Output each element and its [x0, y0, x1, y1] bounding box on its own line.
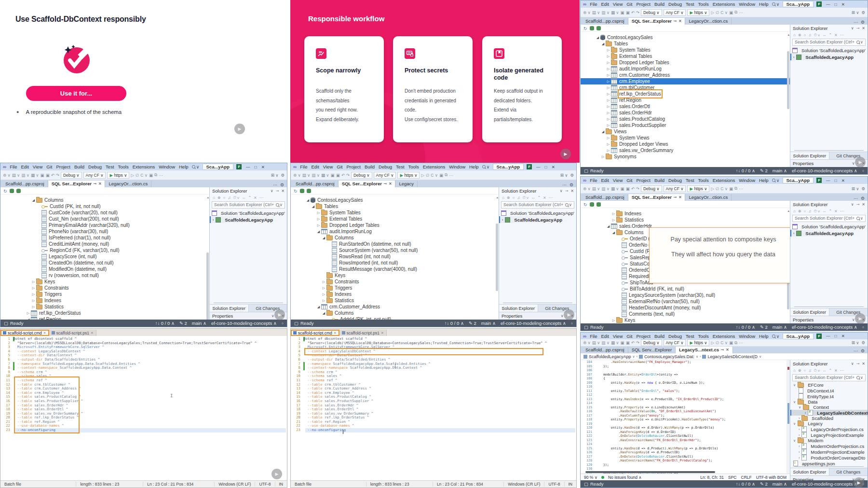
tree-row[interactable]: ▷crm.Customer_Address	[581, 72, 790, 78]
git-sync-status[interactable]: ↑↓ 0 / 0 ∧	[736, 168, 755, 173]
more-tabs-icon[interactable]: ⋯	[273, 182, 277, 187]
debug-config-dropdown[interactable]: Debug ∨	[641, 9, 662, 16]
tree-row[interactable]: ◢Tables	[581, 41, 790, 47]
tree-row[interactable]: ▷crm.Employee	[581, 78, 790, 84]
close-button[interactable]: ✕	[841, 2, 845, 7]
solution-toolbar-icon[interactable]: ♫	[808, 368, 811, 373]
tree-row[interactable]: ▷System Views	[581, 135, 790, 141]
solution-search-input[interactable]: Search Solution Explorer (Ctrl+∨	[792, 39, 866, 46]
toolbar-icon[interactable]: ⊛ ∨	[293, 173, 301, 178]
pane-header-icon[interactable]: ✕	[862, 202, 865, 207]
tree-row[interactable]: ▷Indexes	[0, 297, 209, 304]
toolbar-icon[interactable]: ⚙	[281, 173, 285, 178]
toolbar-icon[interactable]: ▷	[131, 173, 134, 178]
toolbar-icon[interactable]: ▣	[729, 10, 733, 15]
pane-header-icon[interactable]: ✕	[862, 26, 865, 30]
menu-item-window[interactable]: Window	[157, 164, 177, 169]
solution-toolbar-icon[interactable]: ⌃	[828, 209, 832, 213]
gear-icon[interactable]: ⚙	[280, 182, 284, 187]
solution-toolbar-icon[interactable]: ○	[223, 195, 226, 200]
solution-toolbar-icon[interactable]: ⌂	[793, 368, 796, 373]
pin-icon[interactable]: ⊸	[384, 181, 387, 187]
editor-tab[interactable]: Scaffold...pp.csproj	[582, 18, 628, 25]
menu-item-tools[interactable]: Tools	[696, 178, 711, 183]
solution-toolbar-icon[interactable]: ○	[804, 209, 806, 213]
menu-item-file[interactable]: File	[588, 334, 599, 339]
minimize-button[interactable]: —	[826, 2, 830, 7]
solution-toolbar-icon[interactable]: ⌃	[828, 33, 832, 37]
solution-toolbar-icon[interactable]: ⌃	[828, 368, 832, 373]
feedback-icon[interactable]: ▢	[584, 168, 588, 173]
toolbar-icon[interactable]: ▦ ∨	[321, 173, 329, 178]
debug-config-dropdown[interactable]: Debug ∨	[641, 339, 662, 346]
tree-row[interactable]: Comments (text, null)	[581, 311, 790, 317]
editor-tab[interactable]: LegacyS...ntext.cs⊸✕	[676, 347, 733, 353]
platform-dropdown[interactable]: Any CF ∨	[664, 339, 686, 346]
solution-toolbar-icon[interactable]: ⏱ ∨	[814, 33, 820, 38]
bell-icon[interactable]: ○	[282, 321, 284, 325]
run-button[interactable]: ▶ https ∨	[687, 185, 709, 192]
tree-row[interactable]: ExternalRefNo (varchar(50), null)	[581, 298, 790, 305]
toolbar-icon[interactable]: ▣	[729, 186, 733, 191]
tree-row[interactable]: ResultMessage (varchar(4000), null)	[291, 266, 499, 272]
project-node[interactable]: ›ScaffoldedLegacyApp	[499, 216, 576, 223]
toolbar-icon[interactable]: ⚙	[861, 10, 865, 15]
tree-row[interactable]: PrimaryEmailAddr (varchar(320), null)	[0, 222, 209, 228]
file-tree-item[interactable]: ∨Legacy	[790, 421, 868, 426]
solution-toolbar-icon[interactable]: ⏱ ∨	[233, 195, 239, 200]
menu-item-build[interactable]: Build	[363, 164, 377, 169]
toolbar-icon[interactable]: ⊞ ∨	[560, 173, 568, 178]
platform-dropdown[interactable]: Any CF ∨	[83, 172, 106, 179]
toolbar-icon[interactable]: ∅	[426, 173, 429, 178]
toolbar-icon[interactable]: ⊞ ∨	[852, 340, 859, 345]
menu-item-build[interactable]: Build	[652, 178, 666, 183]
toolbar-icon[interactable]: ▣	[149, 173, 153, 178]
menu-item-window[interactable]: Window	[737, 334, 757, 339]
solution-toolbar-icon[interactable]: ⏱ ∨	[522, 195, 529, 200]
menu-item-view[interactable]: View	[321, 164, 335, 169]
tree-row[interactable]: rv (rowversion, not null)	[0, 272, 209, 279]
toolbar-icon[interactable]: ▦ ∨	[611, 10, 619, 15]
menu-item-project[interactable]: Project	[634, 334, 652, 339]
editor-tab[interactable]: SQL Ser...Explorer⊸✕	[339, 181, 396, 187]
platform-dropdown[interactable]: Any CF ∨	[664, 185, 686, 192]
gear-icon[interactable]: ⚙	[861, 349, 865, 353]
project-node[interactable]: ›ScaffoldedLegacyApp	[790, 230, 868, 237]
add-database-icon[interactable]	[10, 189, 14, 193]
tree-row[interactable]: ▷Triggers	[291, 285, 499, 291]
solution-toolbar-icon[interactable]: ⌂	[793, 209, 796, 213]
tree-row[interactable]: ▷Statistics	[291, 297, 499, 304]
pin-icon[interactable]: ⊸	[94, 181, 96, 187]
close-tab-icon[interactable]: ✕	[98, 181, 101, 187]
minimize-button[interactable]: —	[826, 178, 830, 183]
encoding[interactable]: UTF-8 with BOM	[756, 475, 787, 480]
pane-header-icon[interactable]: ⊸	[565, 189, 569, 193]
solution-toolbar-icon[interactable]: ⨯	[254, 195, 257, 200]
search-icon[interactable]: ∨	[192, 164, 200, 169]
menu-item-tools[interactable]: Tools	[696, 334, 711, 339]
refresh-icon[interactable]: ↻	[294, 189, 298, 194]
pane-header-icon[interactable]: ⊸	[856, 202, 860, 207]
solution-toolbar-icon[interactable]: ↔	[822, 209, 826, 213]
file-tree-item[interactable]: ∨EFCore	[790, 382, 868, 388]
menu-item-file[interactable]: File	[588, 178, 599, 183]
refresh-icon[interactable]: ↻	[583, 26, 587, 31]
solution-node[interactable]: Solution 'ScaffoldedLegacyApp'	[790, 223, 868, 230]
menu-item-edit[interactable]: Edit	[599, 178, 610, 183]
tree-row[interactable]: RowsImported (int, not null)	[291, 260, 499, 266]
menu-item-debug[interactable]: Debug	[666, 178, 684, 183]
tree-row[interactable]: LegacySourceSystem (varchar(30), null)	[581, 292, 790, 298]
tree-row[interactable]: ▷crm.tblCustomer	[581, 84, 790, 91]
add-database-icon[interactable]	[300, 189, 304, 193]
toolbar-icon[interactable]: ↶	[631, 186, 635, 191]
pin-icon[interactable]: ⊸	[674, 18, 677, 25]
editor-tab[interactable]: SQL Ser...Explorer⊸✕	[628, 194, 686, 201]
line-endings[interactable]: CRLF	[741, 475, 752, 480]
editor-tab[interactable]: Legacy	[395, 181, 418, 187]
pane-header-icon[interactable]: ✕	[862, 362, 865, 366]
menu-item-test[interactable]: Test	[684, 334, 696, 339]
menu-item-extensions[interactable]: Extensions	[711, 178, 737, 183]
refresh-icon[interactable]: ↻	[583, 202, 587, 207]
project-node[interactable]: ›ScaffoldedLegacyApp	[210, 216, 287, 223]
tree-row[interactable]: ▷sales.ProductSupplier	[581, 122, 790, 128]
